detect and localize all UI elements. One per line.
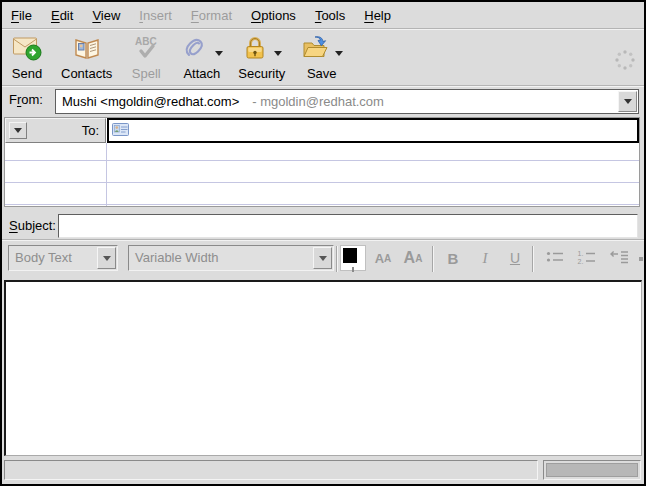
from-account-combo[interactable]: Mushi <mgoldin@redhat.com>- mgoldin@redh… — [55, 89, 639, 114]
shrink-font-icon: A — [375, 251, 384, 266]
send-mail-icon — [12, 34, 42, 65]
email-composer-window: File Edit View Insert Format Options Too… — [0, 0, 646, 486]
to-field-selector-button[interactable]: To: — [5, 118, 106, 143]
subject-input[interactable] — [58, 214, 638, 238]
outdent-button — [606, 245, 632, 271]
bulleted-list-icon — [545, 249, 565, 268]
main-toolbar: Send Contacts — [2, 30, 644, 84]
grow-font-icon: A — [404, 249, 416, 267]
paragraph-style-dropdown-button — [97, 247, 116, 269]
to-label: To: — [82, 123, 99, 138]
message-body-editor[interactable] — [4, 280, 642, 456]
attach-button-label: Attach — [183, 66, 220, 81]
font-family-value: Variable Width — [135, 246, 219, 270]
spell-check-icon: ABC — [131, 34, 161, 65]
menubar: File Edit View Insert Format Options Too… — [2, 2, 644, 28]
paragraph-style-combo: Body Text — [8, 245, 118, 271]
chevron-down-icon — [14, 128, 22, 133]
underline-button: U — [502, 245, 528, 271]
toolbar-divider — [336, 246, 338, 272]
send-button[interactable]: Send — [8, 34, 46, 81]
from-account-value: Mushi <mgoldin@redhat.com> — [62, 94, 239, 109]
from-label: From: — [9, 92, 43, 107]
menu-file[interactable]: File — [11, 8, 32, 23]
attach-button[interactable]: Attach — [180, 34, 223, 81]
numbered-list-button: 1. 2. — [574, 245, 600, 271]
contacts-button-label: Contacts — [61, 66, 112, 81]
subject-label: Subject: — [9, 218, 56, 233]
recipient-type-dropdown[interactable] — [9, 122, 27, 139]
idle-spinner-icon — [613, 48, 637, 75]
paperclip-icon — [180, 34, 210, 65]
outdent-icon — [609, 249, 629, 268]
bold-button: B — [440, 245, 466, 271]
menu-format: Format — [191, 8, 232, 23]
chevron-down-icon — [624, 99, 632, 104]
grid-column-divider — [106, 143, 107, 206]
contacts-button[interactable]: Contacts — [61, 34, 112, 81]
font-family-combo: Variable Width — [128, 245, 334, 271]
menu-view[interactable]: View — [92, 8, 120, 23]
security-menu-arrow[interactable] — [274, 51, 282, 56]
send-button-label: Send — [12, 66, 42, 81]
security-button-label: Security — [238, 66, 285, 81]
menu-insert: Insert — [139, 8, 172, 23]
progress-bar — [543, 460, 641, 480]
toolbar-divider — [532, 246, 534, 272]
save-menu-arrow[interactable] — [335, 51, 343, 56]
contact-card-icon — [112, 122, 130, 140]
spell-button-label: Spell — [132, 66, 161, 81]
grid-line — [5, 204, 639, 205]
menu-options[interactable]: Options — [251, 8, 296, 23]
bold-icon: B — [448, 250, 459, 267]
font-family-dropdown-button — [313, 247, 332, 269]
from-account-email: - mgoldin@redhat.com — [252, 94, 384, 109]
attach-menu-arrow[interactable] — [215, 51, 223, 56]
save-folder-icon — [300, 34, 330, 65]
toolbar-overflow-dot — [639, 257, 643, 261]
from-combo-dropdown-button[interactable] — [618, 91, 637, 112]
save-button-label: Save — [307, 66, 337, 81]
text-color-dropdown-tick — [352, 267, 354, 272]
spell-button: ABC Spell — [127, 34, 165, 81]
status-message — [4, 460, 538, 480]
menu-edit[interactable]: Edit — [51, 8, 73, 23]
svg-text:1.: 1. — [578, 250, 584, 257]
toolbar-divider — [432, 246, 434, 272]
padlock-icon — [241, 34, 269, 65]
formatting-toolbar: Body Text Variable Width AA AA B I — [2, 241, 644, 278]
text-color-picker — [340, 245, 366, 271]
progress-trough — [546, 463, 638, 477]
grid-line — [5, 182, 639, 183]
save-button[interactable]: Save — [300, 34, 343, 81]
italic-icon: I — [483, 250, 488, 267]
security-button[interactable]: Security — [238, 34, 285, 81]
grow-font-button: AA — [400, 245, 426, 271]
toolbar-separator — [2, 85, 644, 87]
to-address-input[interactable] — [107, 118, 639, 143]
bulleted-list-button — [542, 245, 568, 271]
italic-button: I — [472, 245, 498, 271]
svg-text:2.: 2. — [578, 258, 584, 265]
grid-line — [5, 160, 639, 161]
menu-tools[interactable]: Tools — [315, 8, 345, 23]
statusbar — [2, 458, 644, 484]
menu-help[interactable]: Help — [364, 8, 391, 23]
paragraph-style-value: Body Text — [15, 246, 72, 270]
text-color-swatch — [343, 248, 357, 263]
chevron-down-icon — [319, 256, 327, 261]
numbered-list-icon: 1. 2. — [577, 249, 597, 268]
underline-icon: U — [510, 250, 520, 266]
chevron-down-icon — [103, 256, 111, 261]
address-book-icon — [72, 34, 102, 65]
shrink-font-button: AA — [370, 245, 396, 271]
recipients-grid: To: — [4, 117, 640, 207]
